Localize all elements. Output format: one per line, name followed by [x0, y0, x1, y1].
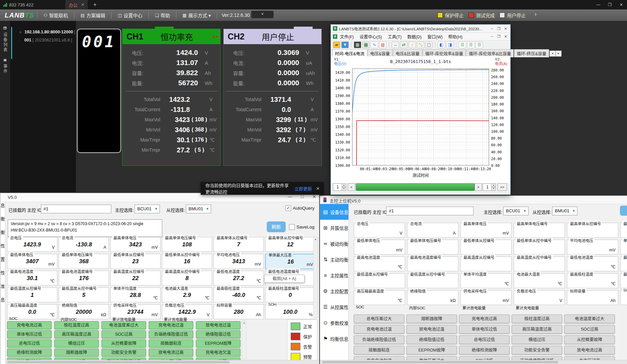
tab-scroll-left-icon[interactable]: ◂ — [549, 51, 555, 57]
new-tab-button[interactable]: + — [93, 1, 96, 8]
slave-select[interactable]: BMU01▼ — [552, 207, 577, 215]
menu-1[interactable]: 文件(F) — [340, 33, 354, 40]
mdi-restore-button[interactable]: ❐ — [495, 33, 502, 39]
left-fault-button[interactable]: 极柱温度过高 — [54, 321, 99, 329]
right-sidebar-item-8[interactable]: ⊙参数校准 — [320, 315, 348, 331]
right-fault-button[interactable]: 绝缘阻值过低 — [406, 335, 457, 344]
right-fault-button[interactable]: 单体电压过低 — [459, 325, 510, 334]
left-fault-button[interactable]: 放电电流过高 — [149, 348, 193, 357]
left-fault-button[interactable]: 放电电池过温 — [196, 321, 240, 329]
open-file-icon[interactable]: ▰ — [333, 41, 340, 48]
left-fault-button[interactable]: 充电电池欠温 — [196, 348, 240, 357]
right-fault-button[interactable]: 熔断器故障 — [406, 314, 457, 323]
left-fault-button[interactable]: 接触器粘连 — [149, 339, 193, 347]
left-fault-button[interactable]: EEPROM故障 — [196, 339, 240, 347]
left-fault-button[interactable]: 电池温度差过大 — [102, 321, 146, 329]
left-fault-button[interactable]: 熔断器故障 — [54, 348, 99, 357]
chart-minimize-button[interactable]: ─ — [489, 26, 495, 32]
report-table-icon[interactable]: ▦ — [362, 41, 370, 48]
left-fault-button[interactable]: 负端绝缘阻值过低 — [149, 330, 193, 338]
list-green-3-icon[interactable]: ☰ — [476, 41, 483, 48]
menu-4[interactable]: 数据(D) — [407, 33, 422, 40]
left-fault-button[interactable]: 高压箱温度过高 — [54, 330, 99, 338]
tree-expander-icon[interactable]: ◾ — [18, 30, 22, 34]
remote-tab[interactable]: 办公 ✕ — [65, 0, 88, 9]
right-fault-button[interactable]: 模组过压 — [512, 335, 562, 344]
fit-all-icon[interactable]: ⤡ — [417, 41, 424, 48]
right-fault-button[interactable]: 放电电池过温 — [406, 325, 457, 334]
right-fault-button[interactable]: 接触器粘连 — [354, 346, 404, 355]
zoom-y-icon[interactable]: ↕ — [408, 41, 416, 48]
window-minimize-button[interactable]: — — [593, 0, 604, 9]
list-green-1-icon[interactable]: ☰ — [459, 41, 466, 48]
right-fault-button[interactable]: 高压箱温度过高 — [512, 325, 562, 334]
mdi-close-button[interactable]: ✕ — [502, 33, 509, 39]
slave-select[interactable]: BMU01▼ — [186, 205, 211, 213]
left-fault-button[interactable]: 充电电流过高 — [7, 321, 52, 329]
menu-6[interactable]: 帮助(H) — [448, 33, 462, 40]
page-spinner-right-arrows[interactable]: ▲▼ — [491, 183, 496, 191]
split-right-icon[interactable]: ◨ — [446, 41, 454, 48]
right-fault-button[interactable]: 绝缘检测故障 — [459, 346, 510, 355]
fit-x-icon[interactable]: ⇄ — [400, 41, 407, 48]
chart-window-titlebar[interactable]: B LANBTS电池测试系统2.12.6.30 - [C:\Users\LANB… — [331, 25, 510, 33]
schedule-icon[interactable]: ▥ — [379, 41, 387, 48]
window-close-button[interactable]: ✕ — [616, 0, 627, 9]
mdi-minimize-button[interactable]: ─ — [489, 33, 495, 39]
page-spinner-left-arrows[interactable]: ▲▼ — [342, 183, 346, 191]
scroll-last-button[interactable]: >> — [497, 183, 507, 191]
toolbar-menu-4[interactable]: ❏帮助 — [152, 12, 173, 19]
update-now-link[interactable]: 立即更新 — [294, 185, 312, 192]
mounted-id-input[interactable]: #1 — [386, 207, 474, 215]
right-fault-button[interactable]: 电池温度差过大 — [564, 314, 615, 323]
tree-host-item[interactable]: ◾192.168.1.80:8000-12000 [ 连接 — [18, 28, 85, 35]
left-close-button[interactable]: ✕ — [312, 194, 316, 199]
right-fault-button[interactable]: 极柱温度过高 — [512, 314, 562, 323]
left-fault-button[interactable]: 总电压过低 — [7, 339, 52, 347]
window-maximize-button[interactable]: ❐ — [604, 0, 616, 9]
more-arrow-icon[interactable]: › — [535, 11, 537, 18]
tab-scroll-right-icon[interactable]: ▸ — [555, 51, 562, 57]
page-spinner-left[interactable]: 1 — [333, 183, 342, 191]
right-hscrollbar[interactable] — [320, 360, 627, 364]
scroll-next-button[interactable]: > — [475, 183, 482, 191]
master-select[interactable]: BCU01▼ — [503, 207, 529, 215]
right-fault-button[interactable]: 总电压差过大 — [354, 314, 404, 323]
save-icon[interactable]: ▼ — [341, 41, 349, 48]
right-fault-button[interactable]: EEPROM故障 — [406, 346, 457, 355]
left-fault-button[interactable]: 充电电池过温 — [149, 321, 193, 329]
autoquery-checkbox[interactable]: ✓AutoQuery — [285, 205, 315, 211]
split-left-icon[interactable]: ◧ — [438, 41, 445, 48]
left-fault-button[interactable]: 单体电压过低 — [7, 330, 52, 338]
toolbar-menu-5[interactable]: ▦展示方式 ▾ — [179, 12, 214, 19]
tree-device-item[interactable]: 001 [ 20230621001,v8.8 ] — [24, 38, 72, 42]
sidebar-item-2[interactable]: ◙事件 — [0, 57, 10, 74]
chart-tab-6[interactable]: 循环-终压&容量 — [514, 49, 549, 57]
data-table-icon[interactable]: ▦ — [354, 41, 361, 48]
chart-restore-button[interactable]: ❐ — [495, 26, 502, 32]
channel-menu-icon[interactable]: ≣▾ — [210, 35, 220, 38]
chart-canvas[interactable] — [352, 68, 489, 165]
right-fault-button[interactable]: 总电压过低 — [459, 335, 510, 344]
menu-2[interactable]: 设置中心(S) — [360, 33, 382, 40]
collapse-dropdown-button[interactable]: ˅ — [251, 11, 274, 18]
left-fault-button[interactable]: 功能安全告警 — [102, 348, 146, 357]
right-fault-button[interactable]: 功能安全告警 — [512, 346, 562, 355]
menu-3[interactable]: 工具(T) — [388, 33, 402, 40]
curve-icon[interactable]: ∿ — [371, 41, 378, 48]
master-select[interactable]: BCU01▼ — [135, 205, 160, 213]
right-fault-button[interactable]: 负端绝缘阻值过低 — [354, 335, 404, 344]
notification-close-icon[interactable]: ✕ — [316, 186, 320, 191]
zoom-x-icon[interactable]: ↔ — [392, 41, 399, 48]
right-window-titlebar[interactable]: 主控上位机V5.0 — [320, 196, 627, 204]
left-fault-button[interactable]: 模组过压 — [54, 339, 99, 347]
frame-icon[interactable]: ▢ — [425, 41, 433, 48]
right-fault-button[interactable]: SOC过高 — [564, 325, 615, 334]
left-fault-button[interactable]: 绝缘阻值过低 — [196, 330, 240, 338]
menu-5[interactable]: 窗口(W) — [427, 33, 443, 40]
right-sidebar-item-2[interactable]: ⊞并簇信息 — [320, 220, 348, 236]
page-spinner-right[interactable]: 1 — [483, 183, 492, 191]
right-sidebar-item-6[interactable]: ⚙主控配置 — [320, 283, 348, 299]
left-fault-button[interactable]: 从控概要故障 — [102, 339, 146, 347]
chart-scrollbar[interactable] — [356, 183, 475, 191]
